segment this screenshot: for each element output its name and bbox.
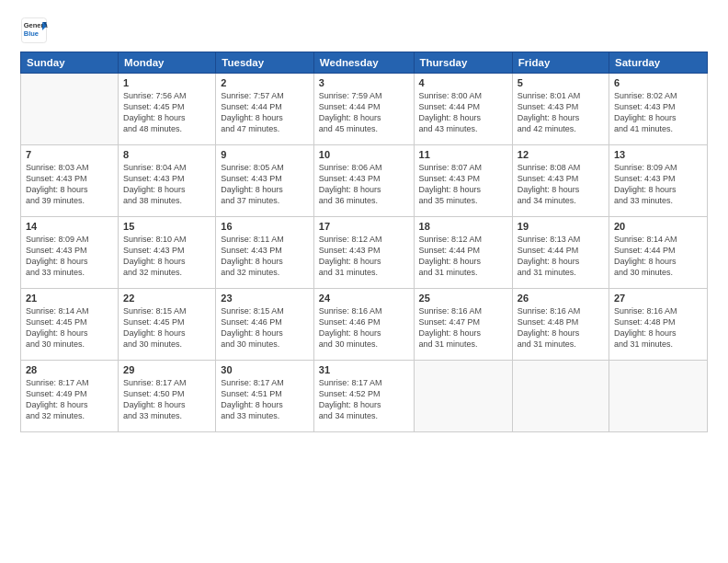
day-number: 10 [319, 149, 409, 160]
calendar-cell: 7Sunrise: 8:03 AM Sunset: 4:43 PM Daylig… [21, 145, 119, 217]
weekday-header-monday: Monday [119, 52, 216, 74]
day-number: 19 [518, 221, 604, 232]
day-number: 30 [221, 364, 309, 375]
calendar-cell: 20Sunrise: 8:14 AM Sunset: 4:44 PM Dayli… [609, 217, 707, 289]
day-info: Sunrise: 8:12 AM Sunset: 4:44 PM Dayligh… [419, 234, 507, 279]
calendar-cell: 1Sunrise: 7:56 AM Sunset: 4:45 PM Daylig… [119, 74, 216, 145]
day-info: Sunrise: 8:17 AM Sunset: 4:49 PM Dayligh… [26, 377, 113, 422]
day-info: Sunrise: 8:16 AM Sunset: 4:46 PM Dayligh… [319, 305, 409, 350]
day-info: Sunrise: 7:59 AM Sunset: 4:44 PM Dayligh… [319, 90, 409, 135]
day-info: Sunrise: 8:16 AM Sunset: 4:48 PM Dayligh… [518, 305, 604, 350]
calendar-week-row: 7Sunrise: 8:03 AM Sunset: 4:43 PM Daylig… [21, 145, 708, 217]
day-info: Sunrise: 8:03 AM Sunset: 4:43 PM Dayligh… [26, 162, 113, 207]
weekday-header-tuesday: Tuesday [216, 52, 314, 74]
day-info: Sunrise: 7:57 AM Sunset: 4:44 PM Dayligh… [221, 90, 309, 135]
day-number: 27 [614, 293, 702, 304]
day-info: Sunrise: 8:15 AM Sunset: 4:45 PM Dayligh… [123, 305, 210, 350]
day-info: Sunrise: 8:12 AM Sunset: 4:43 PM Dayligh… [319, 234, 409, 279]
calendar-cell: 4Sunrise: 8:00 AM Sunset: 4:44 PM Daylig… [414, 74, 512, 145]
day-number: 11 [419, 149, 507, 160]
day-info: Sunrise: 8:09 AM Sunset: 4:43 PM Dayligh… [26, 234, 113, 279]
day-number: 9 [221, 149, 309, 160]
calendar-cell: 13Sunrise: 8:09 AM Sunset: 4:43 PM Dayli… [609, 145, 707, 217]
weekday-header-friday: Friday [512, 52, 609, 74]
calendar-cell: 3Sunrise: 7:59 AM Sunset: 4:44 PM Daylig… [313, 74, 414, 145]
day-number: 7 [26, 149, 113, 160]
calendar-cell: 21Sunrise: 8:14 AM Sunset: 4:45 PM Dayli… [21, 289, 119, 361]
day-info: Sunrise: 8:13 AM Sunset: 4:44 PM Dayligh… [518, 234, 604, 279]
day-number: 17 [319, 221, 409, 232]
calendar-cell: 19Sunrise: 8:13 AM Sunset: 4:44 PM Dayli… [512, 217, 609, 289]
calendar-cell: 16Sunrise: 8:11 AM Sunset: 4:43 PM Dayli… [216, 217, 314, 289]
calendar-cell: 26Sunrise: 8:16 AM Sunset: 4:48 PM Dayli… [512, 289, 609, 361]
calendar-cell: 9Sunrise: 8:05 AM Sunset: 4:43 PM Daylig… [216, 145, 314, 217]
day-number: 5 [518, 77, 604, 88]
calendar-cell [609, 361, 707, 432]
calendar-cell: 23Sunrise: 8:15 AM Sunset: 4:46 PM Dayli… [216, 289, 314, 361]
day-number: 14 [26, 221, 113, 232]
day-info: Sunrise: 8:11 AM Sunset: 4:43 PM Dayligh… [221, 234, 309, 279]
page-header: General Blue [20, 17, 708, 44]
calendar-cell: 11Sunrise: 8:07 AM Sunset: 4:43 PM Dayli… [414, 145, 512, 217]
calendar-cell: 29Sunrise: 8:17 AM Sunset: 4:50 PM Dayli… [119, 361, 216, 432]
day-number: 31 [319, 364, 409, 375]
day-info: Sunrise: 8:16 AM Sunset: 4:47 PM Dayligh… [419, 305, 507, 350]
calendar-table: SundayMondayTuesdayWednesdayThursdayFrid… [20, 52, 708, 432]
calendar-cell [512, 361, 609, 432]
weekday-header-row: SundayMondayTuesdayWednesdayThursdayFrid… [21, 52, 708, 74]
calendar-cell: 10Sunrise: 8:06 AM Sunset: 4:43 PM Dayli… [313, 145, 414, 217]
day-number: 16 [221, 221, 309, 232]
calendar-cell: 14Sunrise: 8:09 AM Sunset: 4:43 PM Dayli… [21, 217, 119, 289]
calendar-cell: 8Sunrise: 8:04 AM Sunset: 4:43 PM Daylig… [119, 145, 216, 217]
svg-text:Blue: Blue [24, 29, 39, 38]
weekday-header-wednesday: Wednesday [313, 52, 414, 74]
calendar-cell: 17Sunrise: 8:12 AM Sunset: 4:43 PM Dayli… [313, 217, 414, 289]
calendar-cell: 15Sunrise: 8:10 AM Sunset: 4:43 PM Dayli… [119, 217, 216, 289]
day-info: Sunrise: 8:09 AM Sunset: 4:43 PM Dayligh… [614, 162, 702, 207]
day-number: 6 [614, 77, 702, 88]
calendar-cell: 31Sunrise: 8:17 AM Sunset: 4:52 PM Dayli… [313, 361, 414, 432]
day-number: 18 [419, 221, 507, 232]
day-info: Sunrise: 8:14 AM Sunset: 4:44 PM Dayligh… [614, 234, 702, 279]
weekday-header-thursday: Thursday [414, 52, 512, 74]
logo-icon: General Blue [20, 17, 48, 44]
day-info: Sunrise: 8:15 AM Sunset: 4:46 PM Dayligh… [221, 305, 309, 350]
day-number: 24 [319, 293, 409, 304]
day-info: Sunrise: 8:10 AM Sunset: 4:43 PM Dayligh… [123, 234, 210, 279]
calendar-week-row: 21Sunrise: 8:14 AM Sunset: 4:45 PM Dayli… [21, 289, 708, 361]
weekday-header-saturday: Saturday [609, 52, 707, 74]
day-info: Sunrise: 8:16 AM Sunset: 4:48 PM Dayligh… [614, 305, 702, 350]
day-info: Sunrise: 8:17 AM Sunset: 4:52 PM Dayligh… [319, 377, 409, 422]
day-number: 15 [123, 221, 210, 232]
day-number: 4 [419, 77, 507, 88]
day-number: 12 [518, 149, 604, 160]
day-info: Sunrise: 8:00 AM Sunset: 4:44 PM Dayligh… [419, 90, 507, 135]
day-number: 22 [123, 293, 210, 304]
calendar-week-row: 14Sunrise: 8:09 AM Sunset: 4:43 PM Dayli… [21, 217, 708, 289]
day-number: 29 [123, 364, 210, 375]
day-number: 20 [614, 221, 702, 232]
day-info: Sunrise: 8:17 AM Sunset: 4:50 PM Dayligh… [123, 377, 210, 422]
calendar-cell: 27Sunrise: 8:16 AM Sunset: 4:48 PM Dayli… [609, 289, 707, 361]
calendar-cell: 28Sunrise: 8:17 AM Sunset: 4:49 PM Dayli… [21, 361, 119, 432]
calendar-cell: 12Sunrise: 8:08 AM Sunset: 4:43 PM Dayli… [512, 145, 609, 217]
day-info: Sunrise: 8:07 AM Sunset: 4:43 PM Dayligh… [419, 162, 507, 207]
day-number: 3 [319, 77, 409, 88]
day-number: 1 [123, 77, 210, 88]
calendar-cell [414, 361, 512, 432]
day-number: 21 [26, 293, 113, 304]
day-number: 26 [518, 293, 604, 304]
calendar-cell: 22Sunrise: 8:15 AM Sunset: 4:45 PM Dayli… [119, 289, 216, 361]
calendar-cell: 2Sunrise: 7:57 AM Sunset: 4:44 PM Daylig… [216, 74, 314, 145]
calendar-week-row: 28Sunrise: 8:17 AM Sunset: 4:49 PM Dayli… [21, 361, 708, 432]
day-number: 25 [419, 293, 507, 304]
day-number: 2 [221, 77, 309, 88]
day-info: Sunrise: 8:04 AM Sunset: 4:43 PM Dayligh… [123, 162, 210, 207]
day-number: 28 [26, 364, 113, 375]
calendar-cell: 24Sunrise: 8:16 AM Sunset: 4:46 PM Dayli… [313, 289, 414, 361]
day-info: Sunrise: 8:06 AM Sunset: 4:43 PM Dayligh… [319, 162, 409, 207]
weekday-header-sunday: Sunday [21, 52, 119, 74]
day-info: Sunrise: 7:56 AM Sunset: 4:45 PM Dayligh… [123, 90, 210, 135]
calendar-cell: 25Sunrise: 8:16 AM Sunset: 4:47 PM Dayli… [414, 289, 512, 361]
day-info: Sunrise: 8:05 AM Sunset: 4:43 PM Dayligh… [221, 162, 309, 207]
